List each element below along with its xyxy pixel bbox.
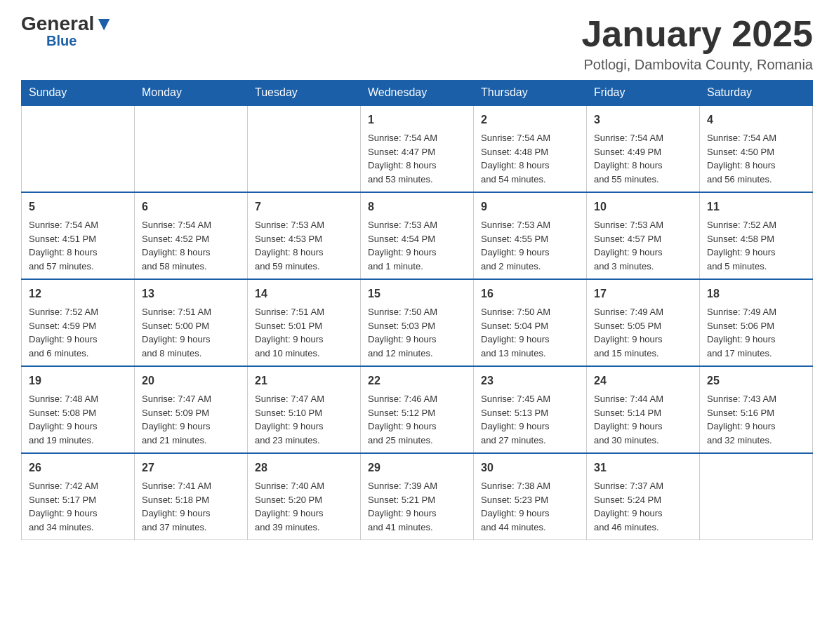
day-number: 20 (142, 373, 240, 389)
page-header: General▼ Blue January 2025 Potlogi, Damb… (21, 14, 813, 73)
day-info: Sunrise: 7:53 AMSunset: 4:54 PMDaylight:… (368, 218, 466, 273)
day-number: 23 (481, 373, 579, 389)
logo-general-text: General▼ (21, 14, 114, 34)
day-info: Sunrise: 7:50 AMSunset: 5:04 PMDaylight:… (481, 305, 579, 360)
weekday-header-saturday: Saturday (700, 81, 813, 106)
calendar-week-4: 19Sunrise: 7:48 AMSunset: 5:08 PMDayligh… (22, 366, 813, 453)
logo-triangle-icon: ▼ (94, 13, 114, 34)
calendar-cell: 20Sunrise: 7:47 AMSunset: 5:09 PMDayligh… (135, 366, 248, 453)
day-info: Sunrise: 7:49 AMSunset: 5:05 PMDaylight:… (594, 305, 692, 360)
day-info: Sunrise: 7:54 AMSunset: 4:51 PMDaylight:… (29, 218, 127, 273)
calendar-week-5: 26Sunrise: 7:42 AMSunset: 5:17 PMDayligh… (22, 453, 813, 540)
day-number: 3 (594, 112, 692, 128)
calendar-cell: 24Sunrise: 7:44 AMSunset: 5:14 PMDayligh… (587, 366, 700, 453)
day-number: 7 (255, 199, 353, 215)
day-number: 19 (29, 373, 127, 389)
day-info: Sunrise: 7:54 AMSunset: 4:50 PMDaylight:… (707, 131, 805, 186)
calendar-week-1: 1Sunrise: 7:54 AMSunset: 4:47 PMDaylight… (22, 105, 813, 192)
day-info: Sunrise: 7:47 AMSunset: 5:09 PMDaylight:… (142, 392, 240, 447)
day-info: Sunrise: 7:43 AMSunset: 5:16 PMDaylight:… (707, 392, 805, 447)
day-info: Sunrise: 7:42 AMSunset: 5:17 PMDaylight:… (29, 479, 127, 534)
day-number: 9 (481, 199, 579, 215)
calendar-header: SundayMondayTuesdayWednesdayThursdayFrid… (22, 81, 813, 106)
day-number: 28 (255, 459, 353, 476)
day-info: Sunrise: 7:38 AMSunset: 5:23 PMDaylight:… (481, 479, 579, 534)
day-info: Sunrise: 7:46 AMSunset: 5:12 PMDaylight:… (368, 392, 466, 447)
day-number: 22 (368, 373, 466, 389)
calendar-cell: 11Sunrise: 7:52 AMSunset: 4:58 PMDayligh… (700, 192, 813, 279)
day-number: 16 (481, 286, 579, 302)
calendar-cell: 6Sunrise: 7:54 AMSunset: 4:52 PMDaylight… (135, 192, 248, 279)
day-number: 31 (594, 459, 692, 476)
logo: General▼ Blue (21, 14, 114, 48)
weekday-header-thursday: Thursday (474, 81, 587, 106)
weekday-header-monday: Monday (135, 81, 248, 106)
day-info: Sunrise: 7:51 AMSunset: 5:01 PMDaylight:… (255, 305, 353, 360)
day-info: Sunrise: 7:54 AMSunset: 4:48 PMDaylight:… (481, 131, 579, 186)
day-number: 21 (255, 373, 353, 389)
calendar-cell: 14Sunrise: 7:51 AMSunset: 5:01 PMDayligh… (248, 279, 361, 366)
calendar-cell: 27Sunrise: 7:41 AMSunset: 5:18 PMDayligh… (135, 453, 248, 540)
day-info: Sunrise: 7:41 AMSunset: 5:18 PMDaylight:… (142, 479, 240, 534)
day-info: Sunrise: 7:54 AMSunset: 4:52 PMDaylight:… (142, 218, 240, 273)
calendar-cell (700, 453, 813, 540)
calendar-cell: 19Sunrise: 7:48 AMSunset: 5:08 PMDayligh… (22, 366, 135, 453)
calendar-body: 1Sunrise: 7:54 AMSunset: 4:47 PMDaylight… (22, 105, 813, 540)
weekday-header-sunday: Sunday (22, 81, 135, 106)
calendar-cell (248, 105, 361, 192)
calendar-cell: 22Sunrise: 7:46 AMSunset: 5:12 PMDayligh… (361, 366, 474, 453)
day-info: Sunrise: 7:44 AMSunset: 5:14 PMDaylight:… (594, 392, 692, 447)
calendar-cell: 9Sunrise: 7:53 AMSunset: 4:55 PMDaylight… (474, 192, 587, 279)
day-number: 25 (707, 373, 805, 389)
day-number: 11 (707, 199, 805, 215)
day-number: 14 (255, 286, 353, 302)
day-info: Sunrise: 7:48 AMSunset: 5:08 PMDaylight:… (29, 392, 127, 447)
day-number: 29 (368, 459, 466, 476)
day-info: Sunrise: 7:51 AMSunset: 5:00 PMDaylight:… (142, 305, 240, 360)
calendar-cell: 28Sunrise: 7:40 AMSunset: 5:20 PMDayligh… (248, 453, 361, 540)
calendar-cell: 29Sunrise: 7:39 AMSunset: 5:21 PMDayligh… (361, 453, 474, 540)
weekday-header-wednesday: Wednesday (361, 81, 474, 106)
day-info: Sunrise: 7:54 AMSunset: 4:47 PMDaylight:… (368, 131, 466, 186)
day-info: Sunrise: 7:53 AMSunset: 4:57 PMDaylight:… (594, 218, 692, 273)
day-number: 30 (481, 459, 579, 476)
calendar-cell: 8Sunrise: 7:53 AMSunset: 4:54 PMDaylight… (361, 192, 474, 279)
calendar-cell: 10Sunrise: 7:53 AMSunset: 4:57 PMDayligh… (587, 192, 700, 279)
day-number: 17 (594, 286, 692, 302)
title-block: January 2025 Potlogi, Dambovita County, … (581, 14, 813, 73)
calendar-cell: 18Sunrise: 7:49 AMSunset: 5:06 PMDayligh… (700, 279, 813, 366)
day-number: 13 (142, 286, 240, 302)
calendar-cell: 25Sunrise: 7:43 AMSunset: 5:16 PMDayligh… (700, 366, 813, 453)
calendar-cell: 13Sunrise: 7:51 AMSunset: 5:00 PMDayligh… (135, 279, 248, 366)
day-number: 27 (142, 459, 240, 476)
weekday-header-friday: Friday (587, 81, 700, 106)
calendar-cell: 26Sunrise: 7:42 AMSunset: 5:17 PMDayligh… (22, 453, 135, 540)
calendar-cell: 2Sunrise: 7:54 AMSunset: 4:48 PMDaylight… (474, 105, 587, 192)
calendar-subtitle: Potlogi, Dambovita County, Romania (581, 57, 813, 73)
day-info: Sunrise: 7:37 AMSunset: 5:24 PMDaylight:… (594, 479, 692, 534)
day-info: Sunrise: 7:39 AMSunset: 5:21 PMDaylight:… (368, 479, 466, 534)
calendar-cell: 21Sunrise: 7:47 AMSunset: 5:10 PMDayligh… (248, 366, 361, 453)
calendar-cell: 3Sunrise: 7:54 AMSunset: 4:49 PMDaylight… (587, 105, 700, 192)
day-number: 10 (594, 199, 692, 215)
day-number: 1 (368, 112, 466, 128)
calendar-cell: 12Sunrise: 7:52 AMSunset: 4:59 PMDayligh… (22, 279, 135, 366)
calendar-cell: 23Sunrise: 7:45 AMSunset: 5:13 PMDayligh… (474, 366, 587, 453)
day-number: 24 (594, 373, 692, 389)
calendar-cell (22, 105, 135, 192)
day-number: 8 (368, 199, 466, 215)
day-number: 5 (29, 199, 127, 215)
day-info: Sunrise: 7:52 AMSunset: 4:59 PMDaylight:… (29, 305, 127, 360)
calendar-table: SundayMondayTuesdayWednesdayThursdayFrid… (21, 80, 813, 540)
day-info: Sunrise: 7:53 AMSunset: 4:55 PMDaylight:… (481, 218, 579, 273)
day-info: Sunrise: 7:40 AMSunset: 5:20 PMDaylight:… (255, 479, 353, 534)
calendar-cell: 1Sunrise: 7:54 AMSunset: 4:47 PMDaylight… (361, 105, 474, 192)
calendar-cell: 17Sunrise: 7:49 AMSunset: 5:05 PMDayligh… (587, 279, 700, 366)
calendar-cell: 16Sunrise: 7:50 AMSunset: 5:04 PMDayligh… (474, 279, 587, 366)
calendar-cell: 5Sunrise: 7:54 AMSunset: 4:51 PMDaylight… (22, 192, 135, 279)
calendar-cell: 30Sunrise: 7:38 AMSunset: 5:23 PMDayligh… (474, 453, 587, 540)
day-number: 4 (707, 112, 805, 128)
day-number: 6 (142, 199, 240, 215)
calendar-title: January 2025 (581, 14, 813, 54)
day-number: 15 (368, 286, 466, 302)
